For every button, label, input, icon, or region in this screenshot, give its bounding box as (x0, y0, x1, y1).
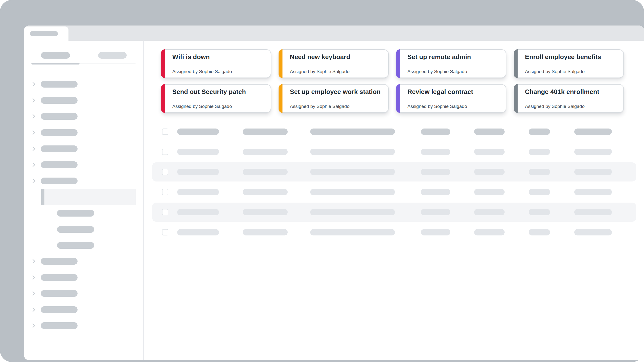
skeleton-cell (529, 128, 550, 135)
skeleton-label (41, 178, 78, 184)
card-assigned-by: Assigned by Sophie Salgado (290, 104, 384, 109)
skeleton-cell (574, 128, 612, 135)
sidebar-item[interactable] (24, 145, 143, 152)
card-accent-bar-purple (396, 49, 400, 78)
row-checkbox[interactable] (162, 149, 168, 155)
card-assigned-by: Assigned by Sophie Salgado (290, 69, 384, 74)
skeleton-cell (574, 149, 612, 155)
chevron-right-icon (31, 113, 37, 119)
skeleton-cell (177, 149, 219, 155)
skeleton-cell (243, 128, 288, 135)
sidebar-item[interactable] (24, 113, 143, 120)
chevron-right-icon (31, 97, 37, 103)
sidebar-tab-skeleton[interactable] (98, 52, 127, 59)
table-row-highlighted (144, 202, 644, 222)
card-assigned-by: Assigned by Sophie Salgado (172, 104, 267, 109)
skeleton-cell (574, 189, 612, 195)
skeleton-cell (421, 169, 450, 175)
skeleton-label (41, 129, 78, 136)
skeleton-label (41, 113, 78, 120)
skeleton-cell (243, 149, 288, 155)
card-title: Set up employee work station (290, 88, 384, 96)
chevron-right-icon (31, 178, 37, 184)
card-assigned-by: Assigned by Sophie Salgado (172, 69, 267, 74)
sidebar-item[interactable] (24, 178, 143, 184)
row-checkbox[interactable] (162, 189, 168, 195)
sidebar-item[interactable] (24, 274, 143, 281)
task-card[interactable]: Enroll employee benefits Assigned by Sop… (514, 49, 624, 78)
skeleton-cell (474, 128, 504, 135)
sidebar-item[interactable] (24, 322, 143, 329)
card-accent-bar-gray (514, 49, 518, 78)
sidebar-subitem[interactable] (57, 242, 94, 249)
skeleton-label (41, 161, 78, 168)
card-title: Send out Security patch (172, 88, 267, 96)
skeleton-cell (177, 229, 219, 235)
skeleton-label (41, 290, 78, 297)
task-card[interactable]: Need new keyboard Assigned by Sophie Sal… (278, 49, 389, 78)
selection-indicator-bar (41, 189, 44, 205)
chevron-right-icon (31, 146, 37, 152)
row-checkbox[interactable] (162, 229, 168, 235)
sidebar-subitem[interactable] (57, 210, 94, 217)
skeleton-cell (177, 128, 219, 135)
skeleton-cell (421, 128, 450, 135)
skeleton-cell (474, 209, 504, 215)
skeleton-cell (574, 169, 612, 175)
sidebar-item[interactable] (24, 306, 143, 313)
card-assigned-by: Assigned by Sophie Salgado (525, 69, 620, 74)
card-accent-bar-red (161, 49, 165, 78)
card-title: Change 401k enrollment (525, 88, 620, 96)
card-title: Need new keyboard (290, 53, 384, 61)
row-checkbox[interactable] (162, 209, 168, 215)
card-assigned-by: Assigned by Sophie Salgado (408, 69, 502, 74)
card-accent-bar-red (161, 84, 165, 113)
skeleton-cell (474, 229, 504, 235)
sidebar-subitem[interactable] (57, 226, 94, 233)
skeleton-cell (474, 189, 504, 195)
chevron-right-icon (31, 129, 37, 136)
task-card[interactable]: Change 401k enrollment Assigned by Sophi… (514, 84, 624, 113)
card-assigned-by: Assigned by Sophie Salgado (525, 104, 620, 109)
sidebar-tab-skeleton-active[interactable] (41, 52, 70, 59)
sidebar-item[interactable] (24, 81, 143, 87)
chevron-right-icon (31, 275, 37, 281)
card-accent-bar-gray (514, 84, 518, 113)
skeleton-cell (421, 149, 450, 155)
sidebar-item[interactable] (24, 258, 143, 265)
window-tab[interactable] (24, 26, 68, 41)
tab-label-skeleton (30, 31, 58, 36)
skeleton-cell (243, 229, 288, 235)
chevron-right-icon (31, 162, 37, 168)
task-card[interactable]: Set up employee work station Assigned by… (278, 84, 389, 113)
skeleton-label (41, 322, 78, 329)
skeleton-cell (177, 209, 219, 215)
skeleton-cell (421, 189, 450, 195)
skeleton-cell (529, 169, 550, 175)
task-card[interactable]: Send out Security patch Assigned by Soph… (161, 84, 271, 113)
skeleton-cell (529, 149, 550, 155)
sidebar (24, 41, 144, 360)
card-assigned-by: Assigned by Sophie Salgado (408, 104, 502, 109)
sidebar-item[interactable] (24, 161, 143, 168)
skeleton-cell (177, 169, 219, 175)
skeleton-label (41, 274, 78, 281)
skeleton-cell (310, 128, 395, 135)
card-title: Enroll employee benefits (525, 53, 620, 61)
sidebar-item-selected[interactable] (41, 189, 136, 205)
task-card[interactable]: Set up remote admin Assigned by Sophie S… (396, 49, 506, 78)
skeleton-label (41, 81, 78, 87)
card-accent-bar-purple (396, 84, 400, 113)
row-checkbox[interactable] (162, 169, 168, 175)
skeleton-cell (421, 209, 450, 215)
skeleton-cell (310, 209, 395, 215)
task-card[interactable]: Review legal contract Assigned by Sophie… (396, 84, 506, 113)
sidebar-item[interactable] (24, 290, 143, 297)
task-card[interactable]: Wifi is down Assigned by Sophie Salgado (161, 49, 271, 78)
sidebar-item[interactable] (24, 97, 143, 104)
skeleton-table (144, 122, 644, 242)
skeleton-cell (421, 229, 450, 235)
card-title: Review legal contract (408, 88, 502, 96)
sidebar-item[interactable] (24, 129, 143, 136)
row-checkbox[interactable] (162, 128, 168, 135)
